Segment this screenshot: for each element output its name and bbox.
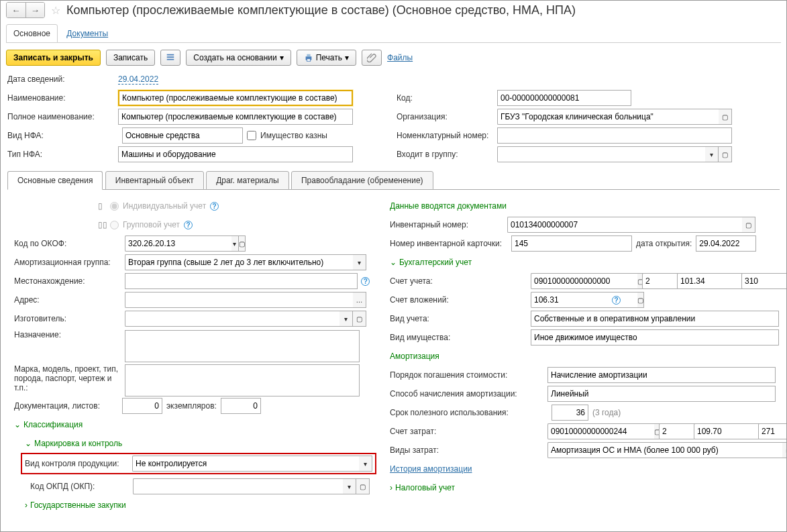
manufacturer-open[interactable]: ▢ <box>353 311 366 327</box>
amort-head: Амортизация <box>390 352 439 361</box>
useful-input[interactable] <box>552 405 588 421</box>
accttype-label: Вид учета: <box>390 314 531 323</box>
invno-input[interactable] <box>507 217 742 233</box>
fullname-input[interactable] <box>118 109 353 125</box>
model-label: Марка, модель, проект, тип, порода, пасп… <box>14 364 125 392</box>
tax-head[interactable]: ›Налоговый учет <box>390 483 455 492</box>
controltype-label: Вид контроля продукции: <box>25 459 132 468</box>
marking-head[interactable]: ⌄Маркировка и контроль <box>25 439 122 448</box>
code-input[interactable] <box>497 90 631 106</box>
list-button[interactable] <box>160 50 180 66</box>
acct-4[interactable] <box>741 273 787 289</box>
proptype-input[interactable] <box>531 329 779 345</box>
repay-input[interactable] <box>547 367 776 383</box>
repay-label: Порядок погашения стоимости: <box>390 370 547 380</box>
invno-open[interactable]: ▢ <box>742 217 755 233</box>
files-link[interactable]: Файлы <box>387 53 413 62</box>
purpose-input[interactable] <box>125 330 360 362</box>
favorite-icon[interactable]: ☆ <box>49 4 62 17</box>
help-invest[interactable]: ? <box>612 296 621 305</box>
attach-button[interactable] <box>362 50 382 66</box>
acct-1[interactable] <box>531 273 637 289</box>
tab-docs[interactable]: Документы <box>60 25 115 42</box>
costacct-4[interactable] <box>758 423 787 439</box>
amort-history-link[interactable]: История амортизации <box>390 464 472 474</box>
costacct-1[interactable] <box>547 423 654 439</box>
costacct-label: Счет затрат: <box>390 427 547 436</box>
okof-input[interactable] <box>125 235 231 252</box>
nfatype-input[interactable] <box>122 127 243 144</box>
date-value[interactable]: 29.04.2022 <box>118 74 158 85</box>
location-input[interactable] <box>125 273 358 289</box>
acct-label: Счет учета: <box>390 276 531 286</box>
okpd-dd[interactable]: ▾ <box>343 478 356 494</box>
create-based-button[interactable]: Создать на основании ▾ <box>186 50 291 66</box>
costtype-input[interactable] <box>547 442 782 458</box>
tab-rights[interactable]: Правообладание (обременение) <box>291 171 433 190</box>
nom-input[interactable] <box>497 127 732 144</box>
invest-input[interactable] <box>531 292 637 308</box>
org-input[interactable] <box>497 109 719 125</box>
amortgroup-input[interactable] <box>125 254 353 270</box>
controltype-input[interactable] <box>132 456 359 472</box>
tab-precious[interactable]: Драг. материалы <box>206 171 288 190</box>
copies-input[interactable] <box>221 398 261 414</box>
gov-head[interactable]: ›Государственные закупки <box>25 500 126 510</box>
controltype-dd[interactable]: ▾ <box>359 456 372 472</box>
address-label: Адрес: <box>14 295 125 305</box>
group-input[interactable] <box>497 146 705 162</box>
group-open-button[interactable]: ▢ <box>719 146 732 162</box>
okpd-open[interactable]: ▢ <box>356 478 370 494</box>
okof-open[interactable]: ▢ <box>239 235 246 252</box>
org-open-button[interactable]: ▢ <box>719 109 732 125</box>
treasury-checkbox[interactable] <box>247 131 256 140</box>
opendate-input[interactable] <box>696 235 756 252</box>
okpd-input[interactable] <box>133 478 343 494</box>
list-icon <box>166 53 175 62</box>
svg-rect-2 <box>167 59 174 60</box>
okof-label: Код по ОКОФ: <box>14 239 125 248</box>
okof-dd[interactable]: ▾ <box>231 235 239 252</box>
help-individual[interactable]: ? <box>210 202 219 211</box>
nfatype-label: Вид НФА: <box>7 131 118 140</box>
invno-label: Инвентарный номер: <box>390 220 507 229</box>
save-button[interactable]: Записать <box>106 50 155 66</box>
amortgroup-dd[interactable]: ▾ <box>353 254 366 270</box>
page-title: Компьютер (прослеживаемые комплектующие … <box>66 3 576 17</box>
model-input[interactable] <box>125 364 360 396</box>
cardno-label: Номер инвентарной карточки: <box>390 239 507 248</box>
save-close-button[interactable]: Записать и закрыть <box>6 50 101 66</box>
tab-main[interactable]: Основное <box>6 24 58 43</box>
date-label: Дата сведений: <box>7 74 118 84</box>
docs-input[interactable] <box>122 398 162 414</box>
individual-label: Индивидуальный учет <box>123 201 206 211</box>
help-location[interactable]: ? <box>361 277 370 286</box>
address-open[interactable]: … <box>353 292 366 308</box>
forward-button[interactable]: → <box>25 3 44 17</box>
costtype-open[interactable]: ▢ <box>782 442 787 458</box>
nfatype2-input[interactable] <box>118 146 353 162</box>
address-input[interactable] <box>125 292 353 308</box>
group-dd-button[interactable]: ▾ <box>705 146 719 162</box>
method-input[interactable] <box>547 386 776 402</box>
tab-inventory-obj[interactable]: Инвентарный объект <box>105 171 204 190</box>
copies-label: экземпляров: <box>166 401 217 411</box>
manufacturer-input[interactable] <box>125 311 339 327</box>
back-button[interactable]: ← <box>7 3 25 17</box>
useful-label: Срок полезного использования: <box>390 408 547 417</box>
buh-head[interactable]: ⌄Бухгалтерский учет <box>390 258 472 267</box>
help-group[interactable]: ? <box>184 221 193 229</box>
purpose-label: Назначение: <box>14 330 125 339</box>
nom-label: Номенклатурный номер: <box>397 131 497 140</box>
card-icon: ▯ <box>98 201 110 211</box>
invest-label: Счет вложений: <box>390 295 531 305</box>
tab-basic-info[interactable]: Основные сведения <box>7 171 103 190</box>
name-input[interactable] <box>118 90 353 106</box>
cardno-input[interactable] <box>511 235 632 252</box>
manufacturer-dd[interactable]: ▾ <box>339 311 353 327</box>
cards-icon: ▯▯ <box>98 220 110 229</box>
nfatype2-label: Тип НФА: <box>7 150 118 159</box>
print-button[interactable]: Печать ▾ <box>297 50 356 66</box>
accttype-input[interactable] <box>531 311 779 327</box>
classification-head[interactable]: ⌄Классификация <box>14 420 83 429</box>
